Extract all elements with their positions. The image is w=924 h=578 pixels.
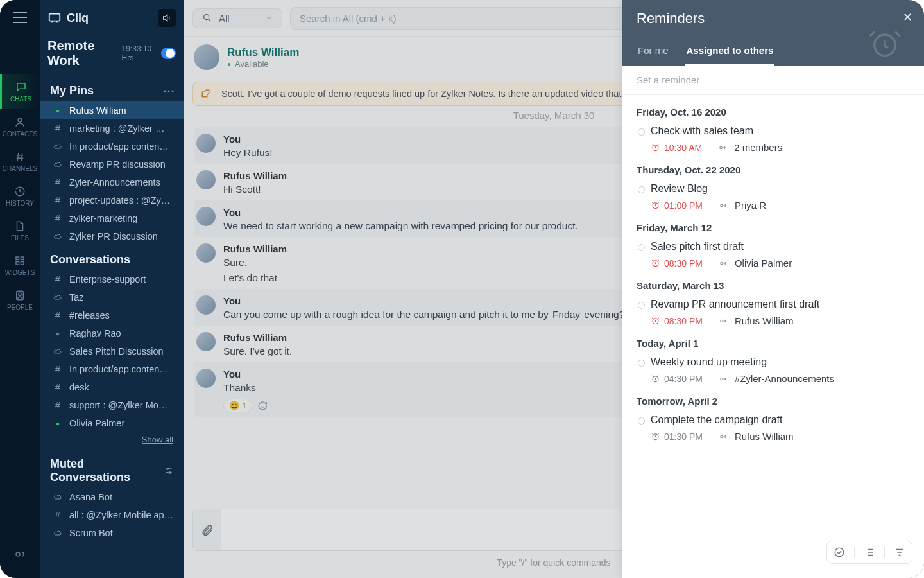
rail-label: FILES: [11, 234, 29, 241]
section-header: My Pins⋯: [40, 76, 184, 101]
tab-label: Assigned to others: [687, 45, 774, 56]
theme-toggle-icon[interactable]: [0, 537, 40, 572]
sidebar-item-label: Taz: [69, 292, 84, 302]
reminder-list: Friday, Oct. 16 2020 Check with sales te…: [622, 95, 924, 534]
sidebar-item[interactable]: Asana Bot: [40, 488, 184, 506]
sidebar-item[interactable]: #zylker-marketing: [40, 209, 184, 227]
rail-widgets[interactable]: WIDGETS: [0, 248, 40, 283]
sidebar-item-label: #releases: [69, 310, 110, 320]
reminder-date: Friday, March 12: [637, 215, 910, 238]
sidebar-item[interactable]: #support : @Zylker Mo…: [40, 396, 184, 414]
reminder-time: 08:30 PM: [651, 316, 703, 326]
sidebar-item[interactable]: Taz: [40, 288, 184, 306]
panel-title: Reminders: [637, 10, 912, 27]
sidebar-item-label: Sales Pitch Discussion: [69, 346, 164, 356]
sidebar-item-label: Rufus William: [69, 105, 126, 116]
close-icon[interactable]: ✕: [903, 10, 912, 24]
rail-label: CHANNELS: [3, 165, 37, 172]
avatar: [196, 134, 216, 153]
reminder-assignee: Rufus William: [718, 315, 794, 326]
sidebar-item[interactable]: Rufus William: [40, 101, 184, 119]
reminder-placeholder: Set a reminder: [637, 74, 699, 85]
sidebar-item-label: zylker-marketing: [69, 213, 137, 223]
sidebar-item-label: marketing : @Zylker …: [69, 123, 164, 134]
rail-label: CHATS: [10, 96, 31, 103]
sidebar-item[interactable]: In product/app conten…: [40, 137, 184, 155]
attach-button[interactable]: [193, 509, 221, 550]
sidebar-item[interactable]: #Enterprise-support: [40, 270, 184, 288]
rail-channels[interactable]: CHANNELS: [0, 144, 40, 179]
add-reaction-icon[interactable]: [257, 400, 269, 412]
reminder-assignee: #Zyler-Announcements: [718, 373, 834, 384]
sidebar-item[interactable]: Revamp PR discussion: [40, 155, 184, 173]
reminder-date: Today, April 1: [637, 330, 910, 354]
reminder-time: 01:30 PM: [651, 432, 703, 442]
remote-hours: 19:33:10 Hrs: [122, 44, 156, 62]
hamburger-icon[interactable]: [13, 12, 27, 23]
rail-chats[interactable]: CHATS: [0, 74, 40, 109]
sidebar-item-label: Zylker PR Discussion: [69, 231, 158, 241]
assignee-arrow-icon: [718, 374, 730, 383]
sidebar-item[interactable]: #desk: [40, 378, 184, 396]
section-settings-icon[interactable]: [163, 466, 175, 475]
volume-icon[interactable]: [158, 9, 176, 27]
alarm-decor-icon: [862, 26, 907, 62]
tab-assigned[interactable]: Assigned to others: [685, 39, 775, 66]
reminder-item[interactable]: Sales pitch first draft 08:30 PM Olivia …: [637, 238, 910, 272]
reminder-item[interactable]: Check with sales team 10:30 AM 2 members: [637, 123, 910, 157]
rail-people[interactable]: PEOPLE: [0, 283, 40, 317]
reminder-item[interactable]: Weekly round up meeting 04:30 PM #Zyler-…: [637, 354, 910, 388]
sidebar-item[interactable]: Raghav Rao: [40, 324, 184, 342]
rail-files[interactable]: FILES: [0, 213, 40, 248]
svg-point-19: [721, 262, 723, 265]
svg-point-17: [721, 204, 723, 207]
remote-toggle[interactable]: [161, 48, 176, 59]
scope-select[interactable]: All: [193, 8, 282, 28]
app-logo: Cliq: [47, 11, 89, 25]
sidebar-item[interactable]: Sales Pitch Discussion: [40, 342, 184, 360]
scope-label: All: [219, 13, 230, 24]
svg-rect-4: [21, 261, 24, 265]
reminder-item[interactable]: Revamp PR announcement first draft 08:30…: [637, 296, 910, 330]
search-placeholder: Search in All (cmd + k): [300, 13, 396, 24]
reminder-item[interactable]: Complete the campaign draft 01:30 PM Ruf…: [637, 412, 910, 446]
rail-history[interactable]: HISTORY: [0, 179, 40, 213]
list-view-icon[interactable]: [864, 547, 875, 558]
tab-label: For me: [638, 45, 669, 56]
sidebar-item[interactable]: #Zyler-Announcements: [40, 173, 184, 191]
pin-icon: [201, 89, 212, 100]
avatar: [196, 243, 216, 263]
sidebar-item[interactable]: #project-updates : @Zy…: [40, 191, 184, 209]
app-name: Cliq: [67, 12, 89, 25]
reminder-assignee: Olivia Palmer: [718, 258, 792, 268]
sidebar-item[interactable]: Zylker PR Discussion: [40, 227, 184, 245]
filter-icon[interactable]: [894, 547, 905, 558]
sidebar-item[interactable]: Olivia Palmer: [40, 414, 184, 432]
panel-header: Reminders ✕ For me Assigned to others: [622, 0, 924, 66]
reaction-pill[interactable]: 😀 1: [223, 399, 252, 412]
svg-point-23: [721, 378, 723, 380]
section-header: Muted Conversations: [40, 450, 184, 488]
completed-icon[interactable]: [834, 547, 845, 558]
presence-text: Available: [235, 59, 269, 69]
reminder-input[interactable]: Set a reminder: [622, 66, 924, 95]
section-more-icon[interactable]: ⋯: [163, 83, 175, 98]
reminder-assignee: Rufus William: [718, 431, 794, 442]
sidebar-item-label: Revamp PR discussion: [69, 159, 166, 170]
sidebar-item-label: project-updates : @Zy…: [69, 195, 170, 206]
rail-contacts[interactable]: CONTACTS: [0, 109, 40, 144]
sidebar-item[interactable]: #all : @Zylker Mobile ap…: [40, 506, 184, 524]
reminder-item[interactable]: Review Blog 01:00 PM Priya R: [637, 180, 910, 215]
sidebar-item[interactable]: #In product/app conten…: [40, 360, 184, 378]
sidebar-item[interactable]: Scrum Bot: [40, 524, 184, 542]
contact-name[interactable]: Rufus William: [227, 46, 299, 59]
sidebar-item[interactable]: #marketing : @Zylker …: [40, 119, 184, 137]
tab-for-me[interactable]: For me: [637, 39, 670, 66]
avatar: [196, 369, 216, 388]
sidebar-item[interactable]: ##releases: [40, 306, 184, 324]
assignee-arrow-icon: [718, 201, 730, 210]
svg-rect-3: [16, 261, 19, 265]
assignee-arrow-icon: [718, 259, 730, 268]
show-all-link[interactable]: Show all: [40, 432, 184, 450]
avatar: [196, 170, 216, 189]
